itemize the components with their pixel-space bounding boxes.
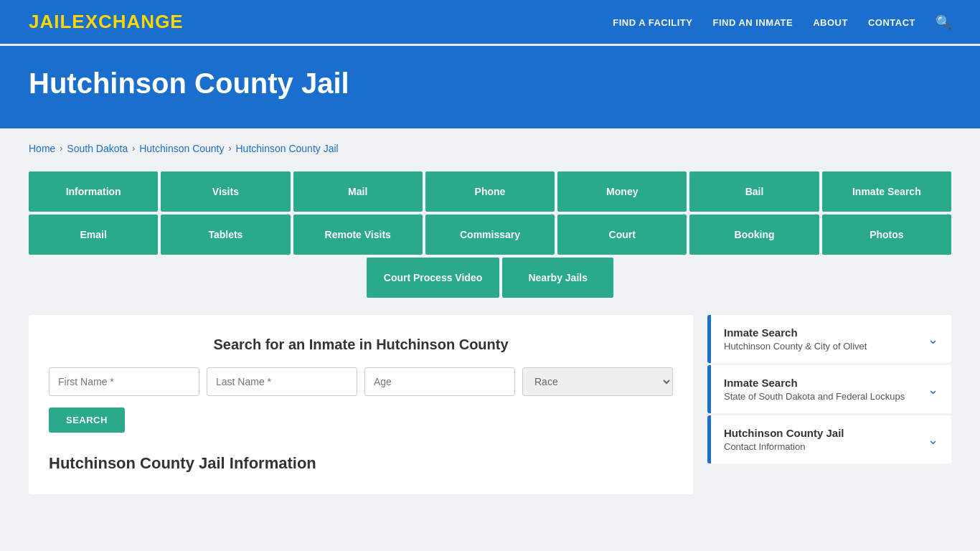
sidebar-card-contact-text: Hutchinson County Jail Contact Informati… [724,427,844,452]
search-icon[interactable]: 🔍 [936,14,951,30]
tile-money[interactable]: Money [557,171,687,212]
tile-photos[interactable]: Photos [822,215,951,255]
search-title: Search for an Inmate in Hutchinson Count… [49,336,673,353]
sidebar-card-contact-title: Hutchinson County Jail [724,427,844,439]
lower-section: Search for an Inmate in Hutchinson Count… [29,315,951,494]
tile-bail[interactable]: Bail [689,171,819,212]
breadcrumb-hutchinson-county-jail[interactable]: Hutchinson County Jail [236,143,339,154]
tile-nearby-jails[interactable]: Nearby Jails [502,258,613,298]
sidebar-card-state: Inmate Search State of South Dakota and … [707,365,951,413]
sidebar-card-state-text: Inmate Search State of South Dakota and … [724,377,905,402]
nav-item-about[interactable]: ABOUT [813,16,848,29]
first-name-input[interactable] [49,367,199,396]
breadcrumb-sep-1: › [60,143,62,154]
tile-grid-row2: Email Tablets Remote Visits Commissary C… [29,215,951,255]
sidebar-card-contact-header[interactable]: Hutchinson County Jail Contact Informati… [711,415,951,463]
last-name-input[interactable] [207,367,357,396]
hero-section: Hutchinson County Jail [0,46,980,128]
sidebar-card-contact-subtitle: Contact Information [724,441,844,452]
nav-item-find-facility[interactable]: FIND A FACILITY [613,16,692,29]
nav-item-contact[interactable]: CONTACT [868,16,915,29]
tile-grid-row3: Court Process Video Nearby Jails [29,258,951,298]
sidebar-card-local: Inmate Search Hutchinson County & City o… [707,315,951,363]
inmate-search-panel: Search for an Inmate in Hutchinson Count… [29,315,693,494]
sidebar-card-local-text: Inmate Search Hutchinson County & City o… [724,326,867,352]
search-button[interactable]: SEARCH [49,408,125,433]
search-form: Race [49,367,673,396]
breadcrumb-home[interactable]: Home [29,143,55,154]
sidebar-card-state-header[interactable]: Inmate Search State of South Dakota and … [711,365,951,413]
content-wrapper: Home › South Dakota › Hutchinson County … [0,128,980,523]
sidebar-card-local-subtitle: Hutchinson County & City of Olivet [724,341,867,352]
tile-mail[interactable]: Mail [293,171,423,212]
race-select[interactable]: Race [522,367,673,396]
tile-information[interactable]: Information [29,171,158,212]
chevron-down-icon: ⌄ [928,331,938,347]
tile-email[interactable]: Email [29,215,158,255]
tile-court[interactable]: Court [557,215,687,255]
jail-info-heading: Hutchinson County Jail Information [49,454,673,473]
tile-court-process-video[interactable]: Court Process Video [367,258,499,298]
breadcrumb-sep-2: › [132,143,135,154]
nav-item-find-inmate[interactable]: FIND AN INMATE [712,16,793,29]
sidebar: Inmate Search Hutchinson County & City o… [707,315,951,466]
age-input[interactable] [364,367,515,396]
tile-remote-visits[interactable]: Remote Visits [293,215,423,255]
breadcrumb-sep-3: › [229,143,232,154]
tile-commissary[interactable]: Commissary [425,215,555,255]
tile-visits[interactable]: Visits [161,171,290,212]
tile-tablets[interactable]: Tablets [161,215,290,255]
sidebar-card-state-subtitle: State of South Dakota and Federal Lockup… [724,391,905,402]
sidebar-card-local-title: Inmate Search [724,326,867,339]
navbar: JAILEXCHANGE FIND A FACILITY FIND AN INM… [0,0,980,46]
page-title: Hutchinson County Jail [29,67,951,100]
tile-booking[interactable]: Booking [689,215,819,255]
brand-logo[interactable]: JAILEXCHANGE [29,11,184,33]
sidebar-card-contact: Hutchinson County Jail Contact Informati… [707,415,951,463]
breadcrumb-south-dakota[interactable]: South Dakota [67,143,128,154]
chevron-down-icon-2: ⌄ [928,382,938,397]
tile-inmate-search[interactable]: Inmate Search [822,171,951,212]
tile-phone[interactable]: Phone [425,171,555,212]
tile-grid-row1: Information Visits Mail Phone Money Bail… [29,171,951,212]
nav-links: FIND A FACILITY FIND AN INMATE ABOUT CON… [613,14,951,30]
sidebar-card-local-header[interactable]: Inmate Search Hutchinson County & City o… [711,315,951,363]
breadcrumb: Home › South Dakota › Hutchinson County … [29,143,951,154]
logo-part1: JAIL [29,11,72,32]
chevron-down-icon-3: ⌄ [928,432,938,448]
sidebar-card-state-title: Inmate Search [724,377,905,389]
logo-part2: EXCHANGE [72,11,183,32]
breadcrumb-hutchinson-county[interactable]: Hutchinson County [139,143,224,154]
